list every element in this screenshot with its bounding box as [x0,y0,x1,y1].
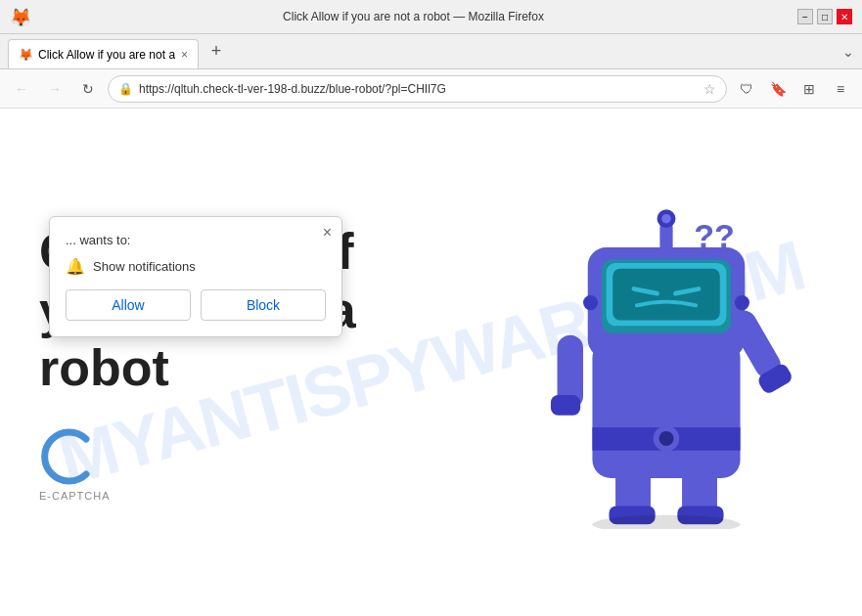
robot-illustration: ?? [529,197,803,529]
shield-icon[interactable]: 🛡 [733,75,760,103]
url-text: https://qltuh.check-tl-ver-198-d.buzz/bl… [139,82,698,96]
window-title: Click Allow if you are not a robot — Moz… [37,10,790,23]
robot-area: ?? [510,197,823,529]
tab-label: Click Allow if you are not a [38,48,175,62]
svg-rect-2 [551,395,580,416]
svg-point-23 [583,295,598,310]
window-controls: − □ ✕ [797,9,852,24]
extensions-icon[interactable]: ⊞ [795,75,823,103]
menu-icon[interactable]: ≡ [827,75,854,103]
popup-notification-row: 🔔 Show notifications [66,257,326,276]
navbar: ← → ↻ 🔒 https://qltuh.check-tl-ver-198-d… [0,69,862,109]
firefox-logo-icon: 🦊 [10,7,29,26]
lock-icon: 🔒 [118,82,133,96]
captcha-label: E-CAPTCHA [39,490,111,502]
close-button[interactable]: ✕ [837,9,852,24]
back-button[interactable]: ← [8,75,35,103]
maximize-button[interactable]: □ [817,9,833,24]
bookmark-icon[interactable]: 🔖 [764,75,792,103]
reload-button[interactable]: ↻ [74,75,102,103]
address-bar[interactable]: 🔒 https://qltuh.check-tl-ver-198-d.buzz/… [108,75,727,103]
new-tab-button[interactable]: + [203,38,230,66]
bell-icon: 🔔 [66,257,85,276]
nav-right-icons: 🛡 🔖 ⊞ ≡ [733,75,854,103]
forward-button[interactable]: → [41,75,68,103]
popup-actions: Allow Block [66,289,326,321]
minimize-button[interactable]: − [797,9,813,24]
notification-popup: × ... wants to: 🔔 Show notifications All… [49,216,342,337]
svg-point-22 [661,213,670,222]
page-content: × ... wants to: 🔔 Show notifications All… [0,109,862,616]
bookmark-star-icon[interactable]: ☆ [703,81,716,97]
popup-wants-to-text: ... wants to: [66,233,326,247]
popup-notification-label: Show notifications [93,259,196,274]
svg-point-8 [658,430,673,445]
popup-close-icon[interactable]: × [323,225,332,241]
page-inner: Click Allow if you are not a robot E-CAP… [0,109,862,616]
tab-list-chevron-icon[interactable]: ⌄ [842,44,854,60]
tab-favicon-icon: 🦊 [19,48,32,62]
tabbar: 🦊 Click Allow if you are not a × + ⌄ [0,34,862,69]
allow-button[interactable]: Allow [66,289,191,321]
tab-close-icon[interactable]: × [181,48,188,62]
tab-active[interactable]: 🦊 Click Allow if you are not a × [8,39,199,68]
titlebar: 🦊 Click Allow if you are not a robot — M… [0,0,862,34]
block-button[interactable]: Block [201,289,326,321]
captcha-area: E-CAPTCHA [39,427,510,502]
captcha-logo-icon [39,427,98,486]
svg-rect-20 [659,224,672,249]
heading-line3: robot [39,339,169,396]
svg-point-24 [735,295,749,310]
svg-rect-17 [612,268,720,320]
svg-rect-5 [592,339,740,478]
